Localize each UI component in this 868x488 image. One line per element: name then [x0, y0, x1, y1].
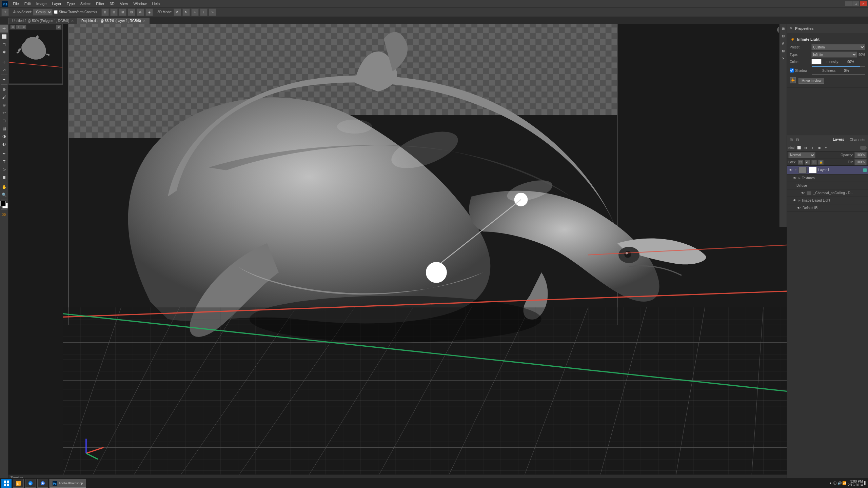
menu-view[interactable]: View	[117, 0, 131, 7]
menu-3d[interactable]: 3D	[107, 0, 117, 7]
preset-dropdown[interactable]: Custom Default	[811, 44, 865, 50]
charcoal-visibility[interactable]: 👁	[801, 191, 805, 196]
toolbar-icon-5[interactable]: ⊕	[137, 8, 144, 16]
eraser-tool[interactable]: ◻	[0, 117, 8, 124]
lock-pixels-btn[interactable]: 🖌	[805, 160, 810, 165]
menu-filter[interactable]: Filter	[93, 0, 107, 7]
ibl-item[interactable]: 👁 ▶ Image Based Light	[787, 197, 868, 204]
menu-layer[interactable]: Layer	[49, 0, 64, 7]
right-icon-2[interactable]: ⊟	[780, 33, 787, 39]
move-tool[interactable]: ✛	[0, 25, 8, 33]
lock-position-btn[interactable]: ✛	[811, 160, 817, 165]
mini-close[interactable]: ✕	[56, 25, 61, 29]
clone-tool[interactable]: ⊜	[0, 101, 8, 109]
taskbar-explorer[interactable]: E	[13, 479, 24, 488]
filter-pixel-btn[interactable]: ⬜	[796, 145, 802, 151]
hand-tool[interactable]: ✋	[0, 183, 8, 191]
path-select-tool[interactable]: ▷	[0, 166, 8, 173]
ibl-expand[interactable]: ▶	[798, 199, 801, 202]
brush-tool[interactable]: 🖌	[0, 94, 8, 101]
minimize-button[interactable]: ─	[845, 1, 852, 6]
default-ibl-item[interactable]: 👁 Default IBL	[787, 204, 868, 212]
opacity-input[interactable]	[854, 152, 867, 158]
taskbar-chrome[interactable]	[37, 479, 48, 488]
tab-untitled-close[interactable]: ✕	[71, 18, 74, 24]
layers-settings-icon[interactable]: ⊟	[796, 138, 801, 142]
right-icon-5[interactable]: ✕	[780, 55, 787, 62]
gradient-tool[interactable]: ▤	[0, 125, 8, 132]
start-button[interactable]	[1, 479, 12, 488]
diffuse-item[interactable]: Diffuse	[787, 182, 868, 189]
history-brush-tool[interactable]: ↩	[0, 109, 8, 117]
blend-mode-dropdown[interactable]: Normal Multiply Screen	[788, 152, 815, 158]
3d-roll-btn[interactable]: ↻	[182, 8, 190, 16]
toolbar-icon-6[interactable]: ◈	[145, 8, 153, 16]
eyedropper-tool[interactable]: ✦	[0, 76, 8, 83]
menu-window[interactable]: Window	[131, 0, 149, 7]
3d-pan-btn[interactable]: ✛	[191, 8, 199, 16]
tab-dolphin-close[interactable]: ✕	[143, 18, 146, 24]
type-tool[interactable]: T	[0, 158, 8, 165]
canvas-area[interactable]: ⊞ ✛ ⊠ ✕ ✕	[8, 24, 787, 474]
filter-type-btn[interactable]: T	[809, 145, 815, 151]
shadow-checkbox[interactable]	[790, 68, 794, 73]
menu-type[interactable]: Type	[64, 0, 78, 7]
color-picker[interactable]	[0, 201, 8, 208]
toolbar-icon-3[interactable]: ⊠	[119, 8, 126, 16]
textures-expand[interactable]: ▶	[798, 177, 801, 180]
filter-adjust-btn[interactable]: ◑	[803, 145, 809, 151]
layer-1-expand[interactable]: ▼	[794, 168, 797, 171]
layers-tab[interactable]: Layers	[833, 137, 844, 142]
3d-slide-btn[interactable]: ↕	[200, 8, 208, 16]
mini-tool-1[interactable]: ⊞	[10, 25, 16, 29]
layers-expand-icon[interactable]: ⊞	[790, 138, 794, 142]
zoom-tool[interactable]: 🔍	[0, 191, 8, 199]
color-swatch[interactable]	[811, 59, 822, 64]
3d-tools-icon[interactable]: 3D	[0, 211, 8, 218]
shape-tool[interactable]: ◼	[0, 174, 8, 181]
show-transform-checkbox[interactable]	[54, 10, 58, 14]
charcoal-item[interactable]: 👁 _Charcoal_noCulling - D...	[787, 189, 868, 197]
menu-file[interactable]: File	[10, 0, 22, 7]
layer-1-visibility[interactable]: 👁	[788, 168, 793, 172]
intensity-slider[interactable]	[812, 66, 865, 67]
lock-transparent-btn[interactable]: ⬚	[798, 160, 803, 165]
layer-1-item[interactable]: 👁 ▼ Layer 1	[787, 166, 868, 175]
mini-tool-2[interactable]: ✛	[16, 25, 21, 29]
menu-help[interactable]: Help	[150, 0, 163, 7]
selection-tool[interactable]: ⬜	[0, 33, 8, 40]
channels-tab[interactable]: Channels	[850, 138, 865, 142]
show-transform-label[interactable]: Show Transform Controls	[54, 10, 97, 14]
menu-image[interactable]: Image	[34, 0, 50, 7]
pen-tool[interactable]: ✒	[0, 150, 8, 158]
menu-edit[interactable]: Edit	[22, 0, 34, 7]
close-button[interactable]: ✕	[860, 1, 867, 6]
toolbar-icon-1[interactable]: ⊞	[101, 8, 109, 16]
fill-input[interactable]	[854, 159, 867, 165]
toolbar-icon-4[interactable]: ⊡	[128, 8, 135, 16]
mini-tool-3[interactable]: ⊠	[21, 25, 26, 29]
tab-dolphin[interactable]: Dolphin.dae @ 66.7% (Layer 1, RGB/8) ✕	[78, 18, 150, 24]
taskbar-ie[interactable]: e	[25, 479, 36, 488]
softness-slider[interactable]	[812, 74, 865, 75]
toolbar-move-tool[interactable]: ✛	[1, 8, 9, 16]
filter-shape-btn[interactable]: ◼	[816, 145, 822, 151]
close-icon[interactable]: ✕	[790, 26, 792, 30]
ibl-visibility[interactable]: 👁	[792, 198, 797, 203]
right-icon-1[interactable]: ⊞	[780, 25, 787, 32]
lasso-tool[interactable]: ◻	[0, 41, 8, 48]
move-to-view-button[interactable]: Move to view	[798, 78, 824, 84]
tab-untitled[interactable]: Untitled-1 @ 50% (Polygon 1, RGB/8) ✕	[8, 18, 78, 24]
textures-item[interactable]: 👁 ▶ Textures	[787, 175, 868, 182]
slice-tool[interactable]: ⊿	[0, 66, 8, 74]
3d-scale-btn[interactable]: ⤡	[209, 8, 216, 16]
crop-tool[interactable]: ⊹	[0, 58, 8, 66]
quick-select-tool[interactable]: ✱	[0, 48, 8, 56]
right-icon-4[interactable]: ⊠	[780, 47, 787, 54]
blur-tool[interactable]: ◑	[0, 133, 8, 140]
default-ibl-vis[interactable]: 👁	[796, 206, 801, 210]
type-dropdown[interactable]: Infinite Spot Point	[811, 52, 857, 58]
healing-tool[interactable]: ⊕	[0, 86, 8, 93]
dodge-tool[interactable]: ◐	[0, 140, 8, 148]
3d-rotate-btn[interactable]: ↺	[174, 8, 181, 16]
